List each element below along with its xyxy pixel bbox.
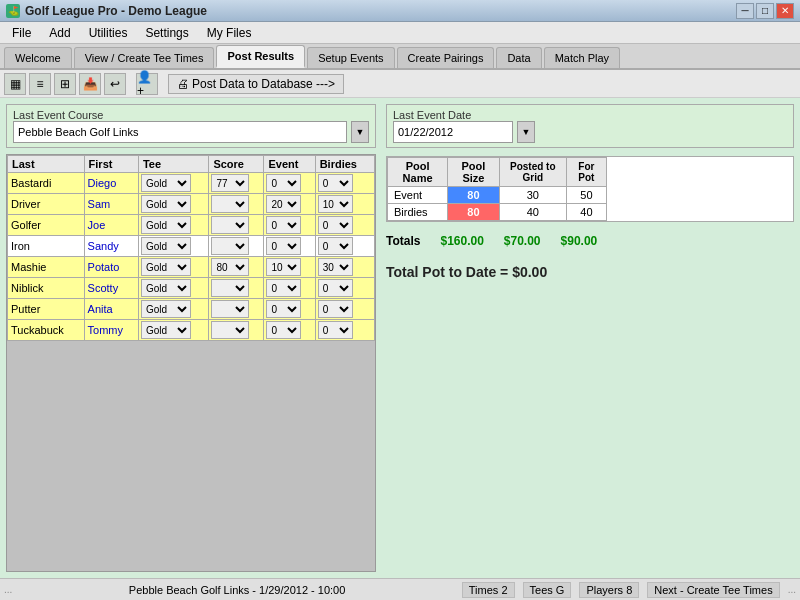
birdies-select[interactable]: 0 bbox=[318, 321, 353, 339]
cell-first: Scotty bbox=[84, 278, 138, 299]
cell-score[interactable] bbox=[209, 215, 264, 236]
course-input[interactable] bbox=[13, 121, 347, 143]
tee-select[interactable]: Gold bbox=[141, 279, 191, 297]
cell-event[interactable]: 20 bbox=[264, 194, 315, 215]
tab-create-pairings[interactable]: Create Pairings bbox=[397, 47, 495, 68]
birdies-select[interactable]: 0 bbox=[318, 279, 353, 297]
cell-first: Tommy bbox=[84, 320, 138, 341]
cell-score[interactable]: 77 bbox=[209, 173, 264, 194]
cell-score[interactable] bbox=[209, 320, 264, 341]
event-select[interactable]: 0 bbox=[266, 279, 301, 297]
table-row: Golfer Joe Gold 0 0 bbox=[8, 215, 375, 236]
tee-select[interactable]: Gold bbox=[141, 216, 191, 234]
score-select[interactable] bbox=[211, 195, 249, 213]
event-select[interactable]: 0 bbox=[266, 321, 301, 339]
tee-select[interactable]: Gold bbox=[141, 195, 191, 213]
cell-birdies[interactable]: 30 bbox=[315, 257, 374, 278]
cell-tee[interactable]: Gold bbox=[138, 194, 208, 215]
tab-welcome[interactable]: Welcome bbox=[4, 47, 72, 68]
birdies-select[interactable]: 30 bbox=[318, 258, 353, 276]
cell-event[interactable]: 0 bbox=[264, 215, 315, 236]
tee-select[interactable]: Gold bbox=[141, 237, 191, 255]
cell-tee[interactable]: Gold bbox=[138, 320, 208, 341]
score-select[interactable]: 77 bbox=[211, 174, 249, 192]
cell-birdies[interactable]: 0 bbox=[315, 320, 374, 341]
cell-birdies[interactable]: 0 bbox=[315, 173, 374, 194]
date-input[interactable] bbox=[393, 121, 513, 143]
cell-last: Niblick bbox=[8, 278, 85, 299]
cell-birdies[interactable]: 10 bbox=[315, 194, 374, 215]
cell-event[interactable]: 0 bbox=[264, 320, 315, 341]
birdies-select[interactable]: 10 bbox=[318, 195, 353, 213]
cell-birdies[interactable]: 0 bbox=[315, 278, 374, 299]
score-select[interactable]: 80 bbox=[211, 258, 249, 276]
event-select[interactable]: 0 bbox=[266, 216, 301, 234]
tee-select[interactable]: Gold bbox=[141, 321, 191, 339]
cell-tee[interactable]: Gold bbox=[138, 236, 208, 257]
cell-event[interactable]: 10 bbox=[264, 257, 315, 278]
menu-myfiles[interactable]: My Files bbox=[199, 24, 260, 42]
cell-birdies[interactable]: 0 bbox=[315, 236, 374, 257]
tab-setup-events[interactable]: Setup Events bbox=[307, 47, 394, 68]
pool-name-cell: Event bbox=[388, 187, 448, 204]
birdies-select[interactable]: 0 bbox=[318, 216, 353, 234]
score-select[interactable] bbox=[211, 279, 249, 297]
maximize-button[interactable]: □ bbox=[756, 3, 774, 19]
post-data-button[interactable]: 🖨 Post Data to Database ---> bbox=[168, 74, 344, 94]
event-select[interactable]: 0 bbox=[266, 300, 301, 318]
close-button[interactable]: ✕ bbox=[776, 3, 794, 19]
cell-birdies[interactable]: 0 bbox=[315, 215, 374, 236]
menu-add[interactable]: Add bbox=[41, 24, 78, 42]
cell-birdies[interactable]: 0 bbox=[315, 299, 374, 320]
event-select[interactable]: 0 bbox=[266, 174, 301, 192]
tab-tee-times[interactable]: View / Create Tee Times bbox=[74, 47, 215, 68]
cell-tee[interactable]: Gold bbox=[138, 278, 208, 299]
date-dropdown-btn[interactable]: ▼ bbox=[517, 121, 535, 143]
tee-select[interactable]: Gold bbox=[141, 258, 191, 276]
birdies-select[interactable]: 0 bbox=[318, 237, 353, 255]
cell-event[interactable]: 0 bbox=[264, 278, 315, 299]
cell-score[interactable] bbox=[209, 236, 264, 257]
tabbar: Welcome View / Create Tee Times Post Res… bbox=[0, 44, 800, 70]
player-table-container: Last First Tee Score Event Birdies Basta… bbox=[6, 154, 376, 572]
birdies-select[interactable]: 0 bbox=[318, 174, 353, 192]
cell-score[interactable] bbox=[209, 299, 264, 320]
score-select[interactable] bbox=[211, 216, 249, 234]
cell-score[interactable] bbox=[209, 278, 264, 299]
score-select[interactable] bbox=[211, 321, 249, 339]
grid-icon-btn[interactable]: ▦ bbox=[4, 73, 26, 95]
menu-settings[interactable]: Settings bbox=[137, 24, 196, 42]
minimize-button[interactable]: ─ bbox=[736, 3, 754, 19]
menu-utilities[interactable]: Utilities bbox=[81, 24, 136, 42]
cell-event[interactable]: 0 bbox=[264, 236, 315, 257]
tab-match-play[interactable]: Match Play bbox=[544, 47, 620, 68]
course-dropdown-btn[interactable]: ▼ bbox=[351, 121, 369, 143]
tee-select[interactable]: Gold bbox=[141, 300, 191, 318]
tee-select[interactable]: Gold bbox=[141, 174, 191, 192]
tab-data[interactable]: Data bbox=[496, 47, 541, 68]
event-select[interactable]: 10 bbox=[266, 258, 301, 276]
cell-score[interactable] bbox=[209, 194, 264, 215]
person-add-btn[interactable]: 👤+ bbox=[136, 73, 158, 95]
cell-tee[interactable]: Gold bbox=[138, 173, 208, 194]
menu-file[interactable]: File bbox=[4, 24, 39, 42]
cell-event[interactable]: 0 bbox=[264, 173, 315, 194]
cell-tee[interactable]: Gold bbox=[138, 257, 208, 278]
event-select[interactable]: 0 bbox=[266, 237, 301, 255]
cell-score[interactable]: 80 bbox=[209, 257, 264, 278]
post-label: Post Data to Database ---> bbox=[192, 77, 335, 91]
birdies-select[interactable]: 0 bbox=[318, 300, 353, 318]
tab-post-results[interactable]: Post Results bbox=[216, 45, 305, 68]
right-panel: Last Event Date ▼ Pool Name Pool Size Po… bbox=[386, 104, 794, 572]
score-select[interactable] bbox=[211, 300, 249, 318]
cell-tee[interactable]: Gold bbox=[138, 215, 208, 236]
event-select[interactable]: 20 bbox=[266, 195, 301, 213]
table-icon-btn[interactable]: ⊞ bbox=[54, 73, 76, 95]
undo-btn[interactable]: ↩ bbox=[104, 73, 126, 95]
cell-tee[interactable]: Gold bbox=[138, 299, 208, 320]
cell-event[interactable]: 0 bbox=[264, 299, 315, 320]
import-btn[interactable]: 📥 bbox=[79, 73, 101, 95]
score-select[interactable] bbox=[211, 237, 249, 255]
list-icon-btn[interactable]: ≡ bbox=[29, 73, 51, 95]
status-course-info: Pebble Beach Golf Links - 1/29/2012 - 10… bbox=[20, 584, 453, 596]
